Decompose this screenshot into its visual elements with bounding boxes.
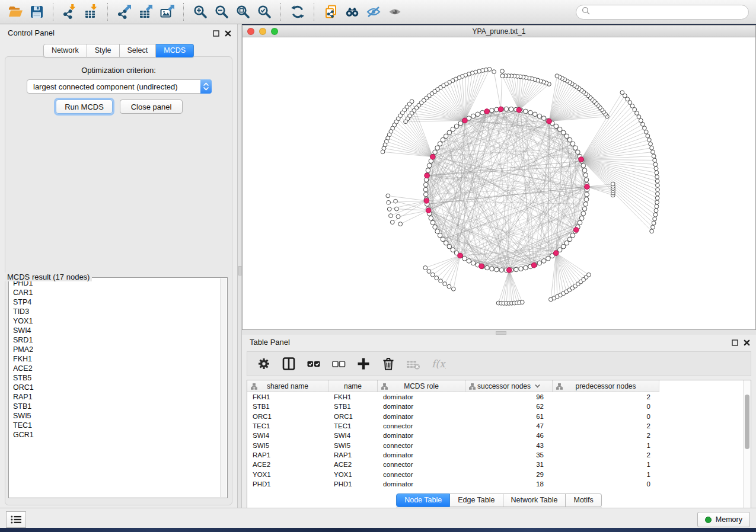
network-window-titlebar[interactable]: YPA_prune.txt_1: [243, 25, 755, 37]
column-header-MCDS-role[interactable]: MCDS role: [378, 380, 465, 392]
table-row[interactable]: SWI5SWI5connector431: [247, 440, 744, 450]
export-network-icon[interactable]: [114, 2, 135, 22]
close-panel-icon[interactable]: [744, 338, 750, 348]
table-cell: SWI4: [247, 432, 328, 439]
tab-select[interactable]: Select: [120, 44, 157, 57]
table-tab-network-table[interactable]: Network Table: [503, 493, 566, 507]
criterion-dropdown-value: largest connected component (undirected): [27, 82, 200, 91]
column-header-successor-nodes[interactable]: successor nodes: [465, 380, 553, 392]
search-network-icon[interactable]: [342, 2, 363, 22]
search-icon: [582, 7, 591, 18]
tab-network[interactable]: Network: [43, 44, 87, 57]
mcds-result-item[interactable]: STB1: [9, 402, 221, 411]
column-header-shared-name[interactable]: shared name: [247, 380, 328, 392]
memory-button[interactable]: Memory: [697, 512, 750, 527]
delete-icon[interactable]: [378, 354, 399, 374]
table-row[interactable]: STB1STB1dominator620: [247, 402, 744, 411]
refresh-icon[interactable]: [287, 2, 308, 22]
save-session-icon[interactable]: [26, 2, 47, 22]
horizontal-splitter[interactable]: [242, 330, 756, 335]
mcds-result-item[interactable]: SWI5: [9, 411, 221, 421]
column-header-name[interactable]: name: [328, 380, 378, 392]
table-row[interactable]: TEC1TEC1connector472: [247, 421, 744, 431]
criterion-dropdown[interactable]: largest connected component (undirected): [27, 79, 212, 94]
network-window-title: YPA_prune.txt_1: [243, 27, 755, 36]
mcds-result-item[interactable]: SRD1: [9, 335, 221, 345]
vertical-splitter[interactable]: [237, 24, 242, 508]
float-panel-icon[interactable]: [213, 28, 219, 39]
optimization-criterion-label: Optimization criterion:: [0, 66, 237, 75]
table-scrollbar-thumb[interactable]: [745, 395, 749, 449]
zoom-in-icon[interactable]: [190, 2, 211, 22]
application-window: Control Panel NetworkStyleSelectMCDS Opt…: [0, 0, 756, 532]
mcds-result-item[interactable]: CAR1: [9, 288, 221, 297]
table-cell: dominator: [378, 413, 465, 420]
toolbar-separator: [53, 3, 54, 21]
table-row[interactable]: ACE2ACE2connector311: [247, 460, 744, 469]
table-cell: 62: [465, 403, 553, 410]
mcds-result-item[interactable]: YOX1: [9, 316, 221, 326]
tab-style[interactable]: Style: [87, 44, 120, 57]
table-cell: RAP1: [328, 451, 378, 459]
table-tab-node-table[interactable]: Node Table: [396, 493, 450, 507]
mcds-result-item[interactable]: ACE2: [9, 364, 221, 373]
table-cell: connector: [378, 442, 465, 449]
table-cell: connector: [378, 471, 465, 478]
mcds-result-item[interactable]: ORC1: [9, 383, 221, 392]
table-tab-edge-table[interactable]: Edge Table: [450, 493, 503, 507]
table-cell: 0: [553, 413, 659, 420]
table-row[interactable]: PHD1PHD1dominator180: [247, 479, 744, 489]
table-row[interactable]: FKH1FKH1dominator962: [247, 392, 744, 402]
table-cell: 43: [465, 442, 553, 449]
mcds-result-item[interactable]: GCR1: [9, 430, 221, 440]
mcds-result-item[interactable]: PMA2: [9, 345, 221, 354]
table-cell: 2: [553, 432, 659, 439]
mcds-result-item[interactable]: TEC1: [9, 421, 221, 430]
select-all-icon[interactable]: [303, 354, 324, 374]
close-panel-icon[interactable]: [225, 28, 231, 39]
mcds-result-item[interactable]: STP4: [9, 297, 221, 307]
deselect-all-icon[interactable]: [328, 354, 349, 374]
clone-network-icon[interactable]: [320, 2, 342, 22]
mcds-result-item[interactable]: TID3: [9, 307, 221, 316]
table-cell: 1: [553, 461, 659, 468]
mcds-result-item[interactable]: FKH1: [9, 354, 221, 364]
mcds-result-item[interactable]: STB5: [9, 373, 221, 383]
close-panel-button[interactable]: Close panel: [120, 100, 183, 114]
mcds-result-item[interactable]: RAP1: [9, 392, 221, 402]
table-cell: STB1: [328, 403, 378, 410]
panel-list-button[interactable]: [6, 511, 26, 528]
table-tab-motifs[interactable]: Motifs: [566, 493, 601, 507]
zoom-selected-icon[interactable]: [254, 2, 275, 22]
search-input[interactable]: [594, 7, 748, 17]
columns-icon[interactable]: [278, 354, 299, 374]
birds-eye-view-icon[interactable]: [384, 2, 406, 22]
gear-icon[interactable]: [253, 354, 275, 374]
tab-mcds[interactable]: MCDS: [156, 44, 194, 57]
export-table-icon[interactable]: [135, 2, 157, 22]
open-file-icon[interactable]: [5, 2, 26, 22]
zoom-fit-icon[interactable]: [232, 2, 254, 22]
table-row[interactable]: SWI4SWI4dominator462: [247, 431, 744, 440]
network-canvas[interactable]: [243, 37, 755, 329]
zoom-out-icon[interactable]: [211, 2, 232, 22]
table-cell: connector: [378, 422, 465, 430]
column-header-predecessor-nodes[interactable]: predecessor nodes: [553, 380, 659, 392]
table-row[interactable]: YOX1YOX1connector291: [247, 469, 744, 479]
float-panel-icon[interactable]: [732, 338, 738, 348]
table-row[interactable]: ORC1ORC1dominator610: [247, 412, 744, 421]
export-image-icon[interactable]: [157, 2, 178, 22]
search-box[interactable]: [576, 5, 749, 20]
table-cell: 2: [553, 451, 659, 459]
run-mcds-button[interactable]: Run MCDS: [56, 100, 113, 114]
table-row[interactable]: RAP1RAP1dominator352: [247, 450, 744, 460]
show-hide-graphics-icon[interactable]: [363, 2, 384, 22]
mcds-result-list[interactable]: PHD1CAR1STP4TID3YOX1SWI4SRD1PMA2FKH1ACE2…: [9, 278, 221, 497]
table-cell: dominator: [378, 432, 465, 439]
import-table-icon[interactable]: [81, 2, 102, 22]
import-network-icon[interactable]: [59, 2, 81, 22]
mcds-result-item[interactable]: SWI4: [9, 326, 221, 335]
mcds-list-scrollbar[interactable]: [220, 278, 227, 497]
add-icon[interactable]: [353, 354, 374, 374]
table-panel-tabs: Node TableEdge TableNetwork TableMotifs: [242, 493, 756, 507]
